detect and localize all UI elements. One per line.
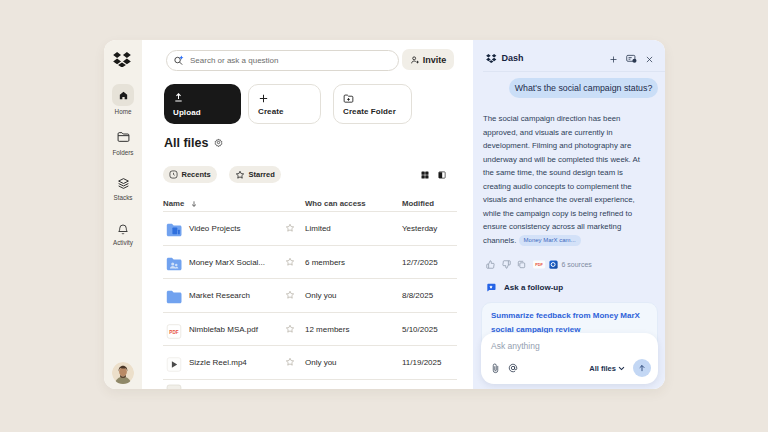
svg-text:PDF: PDF — [535, 262, 543, 267]
svg-text:PDF: PDF — [169, 329, 178, 334]
